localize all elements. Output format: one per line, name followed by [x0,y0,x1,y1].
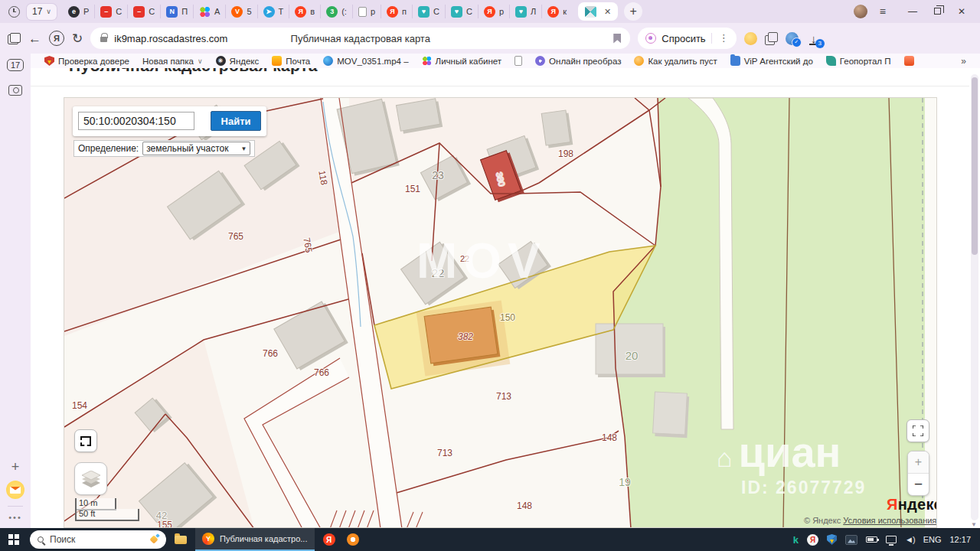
tab-10[interactable]: р [352,5,381,19]
bookmark-11[interactable]: Геопортал П [826,56,891,66]
tab-7[interactable]: ➤Т [257,5,289,19]
copyright-text: © Яндекс [804,516,841,525]
tab-label: А [214,7,220,16]
kaspersky-tray-icon[interactable]: k [793,534,799,546]
tab-label: С [149,7,155,16]
bookmark-flag-icon[interactable] [613,34,621,44]
profile-avatar[interactable] [854,5,867,18]
close-window-button[interactable]: ✕ [958,7,965,16]
rail-more-icon[interactable]: ••• [8,514,22,522]
circle-favicon: Я [387,6,398,18]
scrollbar-thumb[interactable] [972,77,978,255]
active-app-button[interactable]: Y Публичная кадастро... [195,528,315,551]
map-label-713: 713 [496,391,511,402]
map-label-148: 148 [602,432,617,443]
network-icon[interactable] [886,536,897,543]
parcel-search-input[interactable] [78,112,194,130]
tabs-copy-icon[interactable] [765,32,778,45]
zoom-in-button[interactable]: + [908,452,929,474]
active-tab[interactable]: ✕ [578,2,618,21]
tab-15[interactable]: ♥Л [509,5,541,19]
ask-menu-dots-icon[interactable]: ⋮ [711,33,729,44]
new-tab-button[interactable]: + [624,2,642,21]
definition-label: Определение: [78,143,139,154]
terms-link[interactable]: Условия использования [843,516,936,525]
bookmark-6[interactable]: Личный кабинет [422,56,502,66]
ask-ai-button[interactable]: Спросить ⋮ [638,28,736,49]
extension-icon-1[interactable] [744,32,757,45]
mail-icon[interactable] [6,481,24,499]
yandex-maps-logo[interactable]: Яндекс [887,496,937,514]
minimize-button[interactable]: — [908,7,917,16]
tab-counter[interactable]: 17 ∨ [27,4,57,20]
tab-14[interactable]: Яр [478,5,509,19]
tab-4[interactable]: NП [160,5,193,19]
tab-6[interactable]: V5 [225,5,256,19]
tab-16[interactable]: Як [541,5,572,19]
bookmark-10[interactable]: ViP Агентский до [730,56,813,66]
address-bar[interactable]: ik9map.roscadastres.com Публичная кадаст… [90,28,630,49]
yandex-tray-icon[interactable]: Я [807,534,818,546]
tab-3[interactable]: –С [127,5,160,19]
tab-9[interactable]: 3(: [320,5,352,19]
lock-icon[interactable] [100,37,107,42]
tab-1[interactable]: еР [63,5,94,19]
search-button[interactable]: Найти [211,111,261,131]
windows-taskbar: Поиск Y Публичная кадастро... Я k Я ◄) E… [0,528,980,551]
downloads-button[interactable]: ↓ 3 [806,32,822,45]
bookmark-7[interactable] [514,56,522,66]
yandex-app-button[interactable]: Я [320,528,338,551]
tab-12[interactable]: ♥С [412,5,445,19]
speaker-icon[interactable]: ◄) [905,535,915,544]
back-button[interactable]: ← [28,32,41,45]
refresh-button[interactable]: ↻ [72,32,83,45]
screenshot-camera-icon[interactable] [8,85,22,96]
browser-menu-icon[interactable]: ≡ [880,5,886,18]
rail-bottom-group: + ••• [6,460,24,522]
tab-5[interactable]: А [193,5,225,19]
yandex-button[interactable]: Я [49,31,64,46]
language-indicator[interactable]: ENG [923,535,942,544]
restore-button[interactable] [934,7,941,16]
zoom-out-button[interactable]: − [908,474,929,495]
side-panel-icon[interactable] [8,33,21,44]
history-clock-icon[interactable] [8,6,20,18]
defender-shield-icon[interactable] [827,534,837,545]
web-page: Публичная кадастровая карта [31,68,980,528]
gray-building [541,110,573,148]
photos-tray-icon[interactable] [845,535,858,545]
definition-select[interactable]: земельный участок ▼ [142,142,250,155]
bookmark-1[interactable]: Проверка довере [44,56,129,66]
tab-8[interactable]: Яв [289,5,320,19]
layers-button[interactable] [74,462,107,495]
circle-favicon: е [68,6,80,18]
tab-count-badge[interactable]: 17 [7,59,24,71]
taskbar-clock[interactable]: 12:17 [949,535,971,544]
bookmarks-overflow-button[interactable]: » [961,56,966,67]
overview-map-button[interactable] [74,429,97,452]
scroll-down-arrow[interactable]: ▼ [971,521,977,528]
start-button[interactable] [3,528,24,551]
bookmark-4[interactable]: Почта [272,56,310,66]
mail-app-button[interactable] [344,528,362,551]
tab-2[interactable]: –С [94,5,127,19]
cloud-bookmark-icon [323,56,333,66]
close-tab-icon[interactable]: ✕ [604,7,611,17]
battery-icon[interactable] [866,536,877,543]
bookmark-5[interactable]: MOV_0351.mp4 – [323,56,408,66]
bookmark-2[interactable]: Новая папка∨ [142,57,203,66]
cadastral-map[interactable]: 1187657657667661541512319838022221503822… [64,97,937,528]
fullscreen-button[interactable] [906,419,929,442]
bookmark-12[interactable] [904,56,914,66]
bookmark-8[interactable]: Онлайн преобраз [535,56,621,66]
file-explorer-button[interactable] [172,528,190,551]
taskbar-search[interactable]: Поиск [30,530,166,549]
page-scrollbar[interactable] [971,74,978,520]
tab-13[interactable]: ♥С [445,5,478,19]
tab-11[interactable]: Яп [381,5,412,19]
rail-add-icon[interactable]: + [11,460,20,474]
bookmark-9[interactable]: Как удалить пуст [634,56,717,66]
extension-shield-icon[interactable] [786,32,799,45]
bookmark-label: Новая папка [142,57,194,66]
bookmark-3[interactable]: ✳Яндекс [216,56,260,66]
